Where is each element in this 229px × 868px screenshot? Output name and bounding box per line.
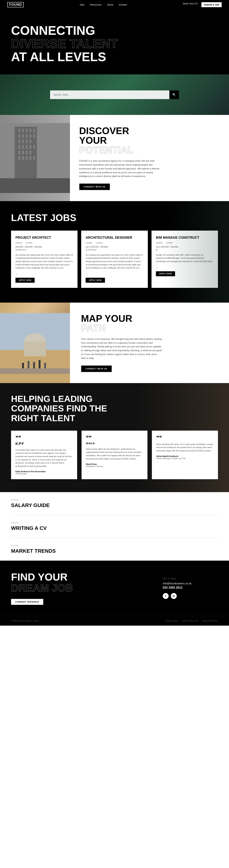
job-company-1: myland [15,242,22,244]
svg-rect-12 [19,140,20,143]
guide-title-3: MARKET TRENDS [11,548,218,554]
navbar: FOUND Jobs Resources About Contact Send … [0,0,229,9]
linkedin-icon[interactable]: in [171,593,177,599]
svg-rect-15 [29,140,31,143]
job-tag-1: Architecture [15,249,73,251]
testimonial-role-3: Senior Manager, People and Tal... [156,457,214,460]
cookie-policy-link[interactable]: Cookie Policy (UK) [182,620,198,622]
job-salary-2: Up to £40,000 + Benefits [86,246,143,248]
search-bar-container: 🔍 [50,90,179,99]
apply-button-2[interactable]: APPLY NOW [86,278,105,283]
testimonials-grid: ❝❝ KPF I've worked with Jason for a few … [11,431,218,479]
map-section: MAP YOUR PATH Your career is our busines… [0,303,229,383]
guide-item-1[interactable]: GUIDE SALARY GUIDE [11,492,218,515]
nav-resources[interactable]: Resources [90,3,101,6]
website-credit-link[interactable]: Website by Prime [202,620,218,622]
contact-label: LET'S TALK [163,578,222,580]
svg-rect-40 [44,363,46,368]
job-title-2: ARCHITECTURAL DESIGNER [86,236,143,240]
guide-title-2: WRITING A CV [11,525,218,531]
job-more-1[interactable]: → [15,273,73,275]
svg-rect-2 [19,129,20,132]
testimonial-author-1: Katie Anderson Pse Associates [15,470,73,473]
search-input[interactable] [50,91,169,99]
nav-contact[interactable]: Contact [119,3,127,6]
footer-email[interactable]: info@foundcareers.co.uk [163,582,222,585]
svg-rect-39 [39,360,40,368]
quote-icon-2: ❝❝ [86,435,143,440]
svg-rect-7 [19,134,20,138]
testimonial-text-3: Since working with Jason, he to some gre… [156,443,214,453]
logo[interactable]: FOUND [7,2,24,7]
jobs-background-overlay [165,201,229,303]
copyright: © 2022 Found Careers Limited [11,620,39,622]
discover-connect-button[interactable]: CONNECT WITH US [79,183,110,190]
job-desc-1: An exciting new opportunity has come up … [15,253,73,270]
svg-rect-27 [26,156,28,160]
testimonial-logo-1: KPF [15,442,73,446]
current-openings-button[interactable]: CURRENT OPENINGS [11,599,43,605]
city-walk-graphic [0,303,70,383]
helping-section: HELPING LEADING COMPANIES FIND THE RIGHT… [0,383,229,492]
svg-rect-23 [26,151,28,154]
discover-image [0,115,70,201]
helping-line2: COMPANIES FIND THE [11,404,107,413]
map-body: Your career is our business. We thought … [81,337,162,360]
svg-rect-30 [0,178,70,193]
map-section-image [0,303,70,383]
apply-button-1[interactable]: APPLY NOW [15,278,35,283]
svg-rect-5 [29,129,31,132]
guide-title-1: SALARY GUIDE [11,502,218,508]
map-connect-button[interactable]: CONNECT WITH US [81,365,112,372]
discover-title: DISCOVER YOUR POTENTIAL [79,126,218,155]
job-company-3: myland [156,242,162,244]
hero-section: CONNECTING DIVERSE TALENT AT ALL LEVELS [0,9,229,74]
map-line1: MAP YOUR [81,313,132,324]
quote-icon-3: ❝❝ [156,435,214,440]
svg-rect-25 [19,156,20,160]
svg-rect-18 [26,145,28,149]
social-icons: f in [163,593,222,599]
search-button[interactable]: 🔍 [169,90,179,99]
submit-job-button[interactable]: Submit a Job [201,2,222,7]
testimonial-logo-2: mace [86,442,143,445]
footer-cta-right: LET'S TALK info@foundcareers.co.uk 020 3… [155,561,229,616]
guide-label-3: GUIDE [11,545,218,547]
hero-title: CONNECTING DIVERSE TALENT AT ALL LEVELS [11,24,218,63]
guide-item-2[interactable]: GUIDE WRITING A CV [11,515,218,538]
nav-jobs[interactable]: Jobs [79,3,85,6]
footer-links: Privacy Policy Cookie Policy (UK) Websit… [165,620,218,622]
footer-cta-left: FIND YOUR DREAM JOB CURRENT OPENINGS [0,561,155,616]
search-bar: 🔍 [50,90,179,99]
job-desc-2: An exciting new opportunity has come up … [86,253,143,270]
map-title: MAP YOUR PATH [81,314,218,333]
jobs-section: LATEST JOBS PROJECT ARCHITECT myland Lon… [0,201,229,303]
svg-rect-20 [33,145,35,149]
job-salary-1: £60,000 + £80,000 + Benefits [15,246,73,248]
search-icon: 🔍 [172,93,176,96]
testimonial-role-2: Operations Director [86,465,143,467]
guide-item-3[interactable]: GUIDE MARKET TRENDS [11,538,218,561]
svg-rect-36 [22,363,24,368]
send-cv-link[interactable]: Send Your CV [183,2,198,7]
hero-line3: AT ALL LEVELS [11,50,106,64]
footer-cta-line1: FIND YOUR [11,571,68,583]
job-tag-2: Architecture [86,249,143,251]
testimonial-more-3[interactable]: → [156,461,214,463]
discover-section: DISCOVER YOUR POTENTIAL FOUND is a new r… [0,115,229,201]
job-more-2[interactable]: → [86,273,143,275]
svg-rect-9 [26,134,28,138]
footer-phone[interactable]: 020 3393 2012 [163,586,222,589]
map-content: MAP YOUR PATH Your career is our busines… [70,303,229,383]
svg-rect-24 [29,151,31,154]
facebook-icon[interactable]: f [163,593,169,599]
testimonial-1: ❝❝ KPF I've worked with Jason for a few … [11,431,77,479]
testimonial-author-2: Hazel Drew [86,463,143,465]
job-title-1: PROJECT ARCHITECT [15,236,73,240]
svg-rect-3 [22,129,24,132]
privacy-policy-link[interactable]: Privacy Policy [165,620,177,622]
svg-rect-14 [26,140,28,143]
nav-about[interactable]: About [107,3,113,6]
testimonial-text-2: Jason knows affect we are looking for, u… [86,447,143,460]
job-meta-1: myland London [15,242,73,244]
